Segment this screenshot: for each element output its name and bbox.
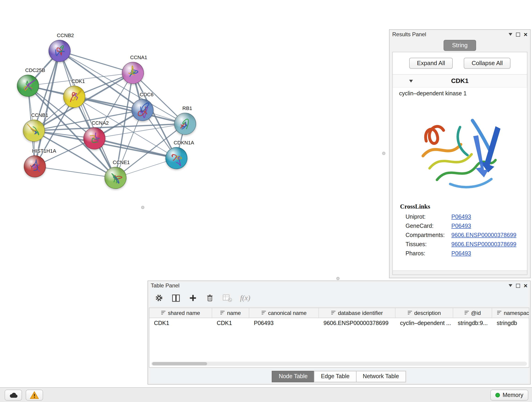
memory-label: Memory [503,392,523,398]
column-header-name[interactable]: name [212,308,249,318]
node-label-hist1h1a: HIST1H1A [32,148,56,153]
gene-description: cyclin–dependent kinase 1 [393,88,527,98]
network-node-ccna1[interactable] [122,62,144,84]
application-window: Session: New Session [0,0,532,402]
tab-node-table[interactable]: Node Table [272,371,315,382]
crosslink-link-compartments[interactable]: 9606.ENSP00000378699 [451,232,516,238]
crosslink-row: Uniprot:P06493 [393,212,527,221]
network-node-cdc6[interactable] [132,99,153,121]
table-panel-menu-icon[interactable] [509,284,512,287]
string-results-box: Expand All Collapse All CDK1 cyclin–depe… [392,52,527,275]
network-node-cdk1[interactable] [63,86,85,108]
cell-shared-name: CDK1 [149,318,212,328]
memory-status-dot [495,393,500,397]
results-panel-title: Results Panel [392,31,426,38]
table-tabs: Node TableEdge TableNetwork Table [148,371,530,382]
network-node-hist1h1a[interactable] [24,155,46,177]
node-label-cdk1: CDK1 [71,78,85,84]
tab-string[interactable]: String [443,40,476,51]
column-header-namespac[interactable]: namespac [492,308,529,318]
results-panel: Results Panel × String Expand All Collap… [389,29,531,278]
node-label-cdkn1a: CDKN1A [174,140,194,145]
column-header-database-identifier[interactable]: database identifier [319,308,395,318]
node-label-ccna1: CCNA1 [130,55,147,60]
tab-edge-table[interactable]: Edge Table [314,371,356,382]
tab-network-table[interactable]: Network Table [356,371,406,382]
table-panel-float-icon[interactable] [516,283,520,288]
network-node-rb1[interactable] [174,113,196,135]
network-node-ccnb2[interactable] [49,40,70,62]
node-label-cdc25b: CDC25B [25,67,45,73]
cell-id: stringdb:9... [453,318,492,328]
table-panel-title: Table Panel [151,282,179,289]
expand-all-button[interactable]: Expand All [409,58,453,69]
gene-name: CDK1 [393,77,527,84]
cloud-icon [8,391,18,399]
results-panel-menu-icon[interactable] [509,33,512,36]
delete-column-icon[interactable] [205,293,215,303]
cell-description: cyclin–dependent ... [395,318,453,328]
add-column-icon[interactable] [188,293,197,303]
crosslink-row: Pharos:P06493 [393,249,527,258]
results-panel-float-icon[interactable] [516,32,520,36]
gene-section-header[interactable]: CDK1 [393,75,527,88]
crosslink-link-tissues[interactable]: 9606.ENSP00000378699 [451,241,516,248]
crosslink-label-compartments: Compartments: [405,232,451,238]
network-node-cdkn1a[interactable] [165,147,187,169]
left-splitter-handle[interactable] [141,206,144,209]
network-node-cdc25b[interactable] [17,75,39,97]
node-table: shared namenamecanonical namedatabase id… [149,307,529,368]
delete-table-icon[interactable] [222,293,232,303]
node-label-cdc6: CDC6 [140,92,153,97]
crosslink-label-genecard: GeneCard: [405,223,451,229]
warning-icon [30,391,39,399]
right-splitter-handle[interactable] [382,152,385,155]
network-node-ccna2[interactable] [83,128,105,149]
crosslink-row: Compartments:9606.ENSP00000378699 [393,230,527,240]
table-hscrollbar[interactable] [151,362,527,366]
column-header-canonical-name[interactable]: canonical name [249,308,319,318]
node-label-ccnb1: CCNB1 [31,112,48,118]
table-row[interactable]: CDK1CDK1P064939606.ENSP00000378699cyclin… [149,318,529,328]
table-gear-icon[interactable] [154,293,164,303]
columns-icon[interactable] [171,293,181,303]
cell-name: CDK1 [212,318,249,328]
table-header-row: shared namenamecanonical namedatabase id… [149,308,529,318]
crosslink-label-pharos: Pharos: [405,250,451,257]
table-body: CDK1CDK1P064939606.ENSP00000378699cyclin… [149,318,529,328]
status-bar: Memory [0,387,532,402]
results-panel-close-icon[interactable]: × [524,31,527,38]
table-panel: Table Panel × [147,281,531,385]
bottom-splitter-handle[interactable] [336,277,340,280]
results-scrollbar[interactable] [393,270,527,274]
protein-structure-image [410,101,509,196]
crosslink-link-genecard[interactable]: P06493 [451,223,471,229]
collapse-all-button[interactable]: Collapse All [464,58,511,69]
table-panel-close-icon[interactable]: × [524,282,527,289]
memory-button[interactable]: Memory [490,390,528,401]
node-label-ccnb2: CCNB2 [57,32,74,38]
warnings-button[interactable] [26,390,43,401]
crosslink-label-tissues: Tissues: [405,241,451,248]
cell-namespac: stringdb [492,318,529,328]
crosslinks-title: CrossLinks [393,198,527,212]
node-label-ccne1: CCNE1 [113,160,130,165]
function-builder-button[interactable]: f(x) [240,294,250,302]
crosslink-link-uniprot[interactable]: P06493 [451,214,471,220]
crosslinks-list: Uniprot:P06493GeneCard:P06493Compartment… [393,212,527,258]
network-node-ccnb1[interactable] [23,120,45,142]
node-label-rb1: RB1 [182,105,192,111]
crosslink-row: Tissues:9606.ENSP00000378699 [393,240,527,249]
cloud-button[interactable] [5,390,22,401]
column-header-description[interactable]: description [395,308,453,318]
crosslink-row: GeneCard:P06493 [393,221,527,230]
cell-canonical-name: P06493 [249,318,319,328]
table-toolbar: f(x) [148,290,530,305]
node-label-ccna2: CCNA2 [92,120,109,126]
crosslink-link-pharos[interactable]: P06493 [451,250,471,257]
table-hscrollbar-thumb[interactable] [152,362,207,365]
network-view-panel: CCNB2CCNA1CDC25BCDK1CDC6RB1CCNB1CCNA2CDK… [0,0,235,246]
column-header-id[interactable]: @id [453,308,492,318]
column-header-shared-name[interactable]: shared name [149,308,212,318]
network-node-ccne1[interactable] [104,167,127,189]
